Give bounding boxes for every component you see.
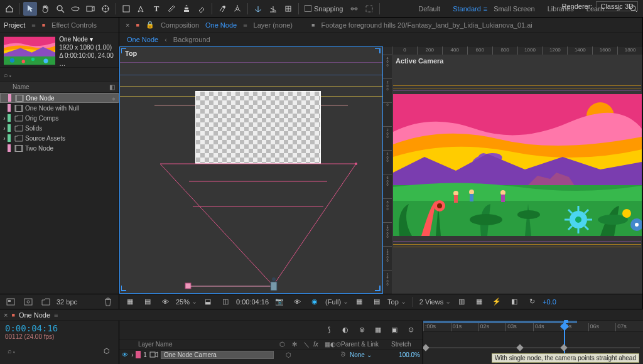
draft-3d-icon[interactable]: ▣ bbox=[387, 323, 401, 337]
snapping-toggle[interactable]: Snapping bbox=[302, 5, 346, 13]
view-layout-icon[interactable]: ▥ bbox=[455, 295, 468, 309]
current-time[interactable]: 0:00:04:16 bbox=[236, 298, 269, 306]
project-item[interactable]: One Node⬨ bbox=[0, 93, 119, 103]
column-type-icon[interactable]: ◧ bbox=[109, 83, 115, 90]
workspace-small-screen[interactable]: Small Screen bbox=[487, 3, 541, 15]
trash-icon[interactable] bbox=[101, 295, 115, 309]
tab-footage[interactable]: Footage foreground hills 20/Fantasy_land… bbox=[321, 21, 532, 29]
panel-menu-icon[interactable]: ≡ bbox=[54, 311, 58, 319]
axis-view-icon[interactable] bbox=[281, 2, 295, 16]
selection-tool-icon[interactable] bbox=[23, 2, 37, 16]
timeline-btn-icon[interactable]: ◧ bbox=[507, 295, 521, 309]
crumb-current[interactable]: One Node bbox=[127, 36, 158, 43]
layer-color[interactable] bbox=[136, 351, 141, 358]
pickwhip-icon[interactable]: ᘐ bbox=[341, 351, 350, 358]
project-item[interactable]: One Node with Null bbox=[0, 103, 119, 113]
close-comp-icon[interactable]: × bbox=[126, 21, 129, 29]
shape-tool-icon[interactable] bbox=[119, 2, 133, 16]
pixel-aspect-icon[interactable]: ▦ bbox=[472, 295, 486, 309]
show-snapshot-icon[interactable]: 👁 bbox=[290, 295, 304, 309]
viewport-top[interactable]: Top bbox=[119, 46, 383, 294]
interpret-footage-icon[interactable] bbox=[4, 295, 18, 309]
zoom-tool-icon[interactable] bbox=[53, 2, 67, 16]
tab-project[interactable]: Project bbox=[4, 21, 25, 29]
search-layers-icon[interactable]: ⌕▾ bbox=[5, 344, 19, 358]
project-item[interactable]: ›Source Assets bbox=[0, 133, 119, 143]
label-color[interactable] bbox=[8, 94, 11, 102]
mask-toggle-icon[interactable]: 👁 bbox=[158, 295, 172, 309]
frame-blend-icon[interactable]: ◐ bbox=[338, 323, 352, 337]
zoom-dropdown[interactable]: 25% ⌄ bbox=[176, 297, 197, 306]
tab-layer[interactable]: Layer (none) bbox=[254, 21, 293, 29]
solo-icon[interactable]: ⊙ bbox=[404, 323, 418, 337]
exposure-value[interactable]: +0.0 bbox=[543, 298, 556, 306]
crumb-previous[interactable]: Background bbox=[173, 36, 210, 43]
tab-effect-controls[interactable]: Effect Controls bbox=[51, 21, 97, 29]
project-item[interactable]: ›Orig Comps bbox=[0, 113, 119, 123]
col-stretch[interactable]: Stretch bbox=[391, 341, 423, 348]
bpc-toggle[interactable]: 32 bpc bbox=[57, 298, 77, 306]
label-color[interactable] bbox=[8, 124, 11, 132]
renderer-dropdown[interactable]: Classic 3D bbox=[596, 1, 638, 11]
timeline-tab[interactable]: One Node bbox=[19, 311, 50, 319]
puppet-tool-icon[interactable] bbox=[230, 2, 244, 16]
pen-tool-icon[interactable] bbox=[134, 2, 148, 16]
guides-icon[interactable]: ▦ bbox=[352, 295, 366, 309]
chevron-left-icon[interactable]: ‹ bbox=[165, 36, 167, 43]
label-color[interactable] bbox=[8, 114, 11, 122]
clone-stamp-tool-icon[interactable] bbox=[180, 2, 193, 16]
pan-behind-tool-icon[interactable] bbox=[99, 2, 112, 16]
workspace-standard[interactable]: Standard bbox=[446, 3, 487, 15]
layer-name-input[interactable]: One Node Camera bbox=[161, 351, 274, 359]
snap-grid-icon[interactable] bbox=[362, 2, 376, 16]
column-name[interactable]: Name bbox=[13, 83, 30, 90]
home-icon[interactable] bbox=[3, 2, 16, 16]
label-color[interactable] bbox=[8, 104, 11, 112]
twirl-icon[interactable]: › bbox=[1, 125, 8, 132]
workspace-default[interactable]: Default bbox=[412, 3, 446, 15]
tab-composition-name[interactable]: One Node bbox=[205, 21, 237, 29]
new-folder-icon[interactable] bbox=[39, 295, 53, 309]
resolution-half-icon[interactable]: ⬓ bbox=[201, 295, 215, 309]
video-switch-icon[interactable]: 👁 bbox=[122, 351, 129, 358]
type-tool-icon[interactable]: T bbox=[149, 2, 163, 16]
axis-world-icon[interactable] bbox=[266, 2, 280, 16]
parent-dropdown[interactable]: None ⌄ bbox=[350, 351, 389, 358]
grid-icon[interactable]: ▤ bbox=[370, 295, 384, 309]
close-timeline-icon[interactable]: × bbox=[4, 311, 8, 319]
resolution-dropdown[interactable]: (Full) ⌄ bbox=[325, 297, 349, 306]
project-item[interactable]: ›Solids bbox=[0, 123, 119, 133]
lock-icon[interactable]: 🔒 bbox=[146, 21, 154, 29]
project-item[interactable]: Two Node bbox=[0, 143, 119, 153]
current-timecode[interactable]: 0:00:04:16 bbox=[5, 323, 114, 333]
label-color[interactable] bbox=[8, 134, 11, 142]
snap-options-icon[interactable] bbox=[347, 2, 361, 16]
twirl-icon[interactable]: › bbox=[1, 135, 8, 142]
motion-blur-icon[interactable]: ⊚ bbox=[355, 323, 369, 337]
fast-preview-icon[interactable]: ⚡ bbox=[490, 295, 504, 309]
twirl-icon[interactable]: › bbox=[129, 351, 136, 358]
panel-menu-icon[interactable]: ≡ bbox=[243, 21, 247, 29]
panel-menu-icon[interactable]: ≡ bbox=[31, 21, 35, 29]
new-comp-icon[interactable] bbox=[21, 295, 35, 309]
comp-name[interactable]: One Node ▾ bbox=[59, 35, 115, 43]
always-preview-icon[interactable]: ▦ bbox=[123, 295, 137, 309]
roi-icon[interactable]: ◫ bbox=[219, 295, 232, 309]
hand-tool-icon[interactable] bbox=[38, 2, 52, 16]
col-layer-name[interactable]: Layer Name bbox=[138, 341, 172, 348]
shy-icon[interactable]: ⟆ bbox=[322, 323, 336, 337]
view-select-dropdown[interactable]: Top ⌄ bbox=[387, 297, 406, 306]
flowchart-icon[interactable]: ⬨ bbox=[112, 95, 116, 102]
layer-row[interactable]: 👁 › 1 One Node Camera ⬡ ᘐ None ⌄ 100.0% bbox=[119, 350, 423, 360]
twirl-icon[interactable]: › bbox=[1, 115, 8, 122]
close-icon[interactable]: ■ bbox=[42, 22, 45, 28]
roto-brush-tool-icon[interactable] bbox=[215, 2, 229, 16]
viewport-active-camera[interactable]: 020040060080010001200140016001800 400200… bbox=[383, 46, 642, 294]
channel-icon[interactable]: ◉ bbox=[308, 295, 322, 309]
label-color[interactable] bbox=[8, 144, 11, 152]
camera-tool-icon[interactable] bbox=[84, 2, 97, 16]
col-parent[interactable]: Parent & Link bbox=[341, 341, 391, 348]
eraser-tool-icon[interactable] bbox=[195, 2, 208, 16]
graph-editor-icon[interactable]: ▦ bbox=[371, 323, 385, 337]
comp-mini-flowchart-icon[interactable]: ⬡ bbox=[100, 344, 114, 358]
